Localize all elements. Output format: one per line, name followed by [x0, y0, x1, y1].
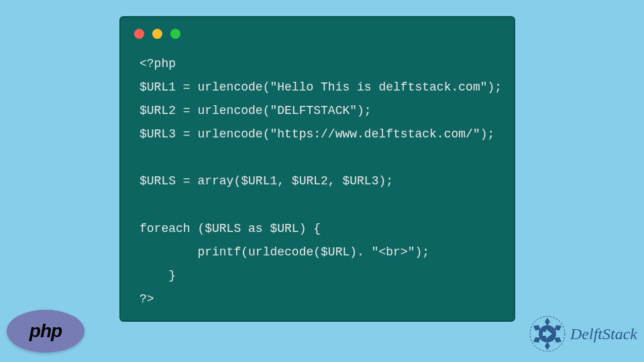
- php-logo: php: [7, 310, 85, 353]
- window-maximize-dot: [170, 29, 180, 39]
- php-logo-bg: php: [7, 310, 85, 353]
- code-content: <?php $URL1 = urlencode("Hello This is d…: [121, 39, 514, 324]
- delftstack-logo-text: DelftStack: [570, 325, 637, 343]
- code-window: <?php $URL1 = urlencode("Hello This is d…: [119, 16, 515, 322]
- window-controls: [121, 17, 514, 39]
- window-close-dot: [134, 29, 144, 39]
- delftstack-icon: [529, 315, 566, 353]
- window-minimize-dot: [152, 29, 162, 39]
- delftstack-logo: DelftStack: [529, 315, 637, 353]
- php-logo-text: php: [30, 320, 62, 342]
